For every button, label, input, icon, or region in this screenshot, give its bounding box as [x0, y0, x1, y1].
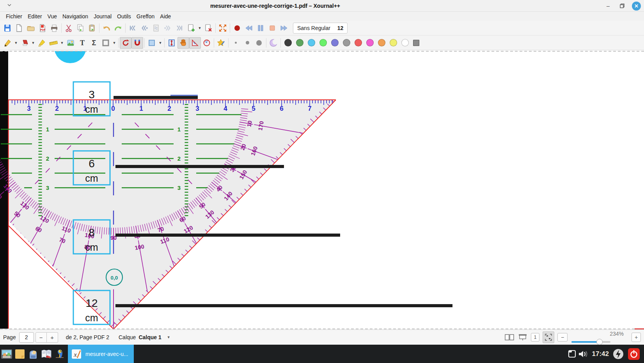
font-selector[interactable]: Sans Regular 12 [293, 23, 348, 34]
goto-first-page-button[interactable] [127, 22, 138, 34]
menu-outils[interactable]: Outils [114, 12, 134, 20]
minimize-button[interactable]: – [603, 2, 613, 10]
color-swatch[interactable] [296, 39, 303, 46]
audio-stop-button[interactable] [266, 22, 278, 34]
color-swatch[interactable] [343, 39, 350, 46]
color-swatch[interactable] [331, 39, 339, 46]
grid-snapping-toggle[interactable] [131, 37, 143, 49]
color-chooser-button[interactable] [413, 40, 419, 46]
app-launcher-education-icon[interactable] [0, 346, 13, 362]
open-button[interactable] [25, 22, 37, 34]
color-swatch[interactable] [390, 39, 397, 46]
export-pdf-button[interactable]: PDF [37, 22, 48, 34]
line-width-fine-button[interactable] [230, 37, 241, 49]
shutdown-button[interactable] [628, 348, 640, 360]
volume-tray-icon[interactable] [577, 349, 589, 359]
goto-last-page-button[interactable] [174, 22, 185, 34]
menu-navigation[interactable]: Navigation [60, 12, 91, 20]
shape-ruler-tool-button[interactable] [48, 37, 59, 49]
zoom-in-button[interactable]: + [632, 333, 641, 342]
favorite-tool-button[interactable] [215, 37, 227, 49]
color-swatch[interactable] [366, 39, 374, 46]
menu-vue[interactable]: Vue [45, 12, 60, 20]
print-button[interactable] [48, 22, 60, 34]
redo-button[interactable] [112, 22, 124, 34]
menu-greffon[interactable]: Greffon [134, 12, 157, 20]
document-canvas[interactable]: 1122331017020160301504014050130601207011… [0, 50, 644, 329]
delete-page-button[interactable] [202, 22, 214, 34]
dual-page-view-button[interactable] [504, 332, 514, 342]
undo-button[interactable] [101, 22, 112, 34]
reading-app-icon[interactable] [40, 346, 53, 362]
goto-next-page-button[interactable] [162, 22, 174, 34]
insert-image-button[interactable] [65, 37, 76, 49]
audio-rewind-button[interactable] [243, 22, 255, 34]
notes-app-icon[interactable] [13, 346, 27, 362]
save-button[interactable] [2, 22, 13, 34]
copy-button[interactable] [75, 22, 86, 34]
color-swatch[interactable] [355, 39, 362, 46]
eraser-tool-button[interactable] [19, 37, 30, 49]
page-plus-button[interactable]: + [47, 332, 58, 343]
cut-button[interactable] [63, 22, 75, 34]
close-button[interactable]: ✕ [632, 2, 641, 11]
vertical-space-tool-button[interactable] [166, 37, 177, 49]
pen-tool-button[interactable] [2, 37, 13, 49]
power-manager-tray-icon[interactable] [612, 348, 624, 360]
new-document-button[interactable] [13, 22, 25, 34]
presentation-mode-button[interactable] [518, 332, 528, 342]
pen-options-caret[interactable]: ▼ [13, 37, 19, 49]
line-width-thick-button[interactable] [253, 37, 265, 49]
page-minus-button[interactable]: − [35, 332, 47, 343]
menu-aide[interactable]: Aide [157, 12, 174, 20]
font-name: Sans Regular [297, 25, 330, 31]
layer-dropdown-caret[interactable]: ▼ [167, 335, 170, 339]
backpack-app-icon[interactable] [27, 346, 40, 362]
page-number-input[interactable]: 2 [19, 332, 34, 343]
compass-tool-button[interactable] [201, 37, 213, 49]
fullscreen-button[interactable] [217, 22, 229, 34]
zoom-slider[interactable] [571, 341, 610, 343]
parrot-app-icon[interactable] [53, 346, 66, 362]
color-swatch[interactable] [284, 39, 292, 46]
svg-text:2: 2 [167, 105, 171, 112]
tex-tool-button[interactable]: Σ [88, 37, 100, 49]
zoom-100-button[interactable]: 1 [531, 333, 539, 342]
eraser-options-caret[interactable]: ▼ [30, 37, 36, 49]
taskbar-active-window-button[interactable]: x mesurer-avec-u... [68, 345, 134, 363]
highlighter-tool-button[interactable] [36, 37, 48, 49]
rotation-snapping-toggle[interactable] [120, 37, 131, 49]
maximize-button[interactable] [617, 2, 627, 10]
setsquare-tool-button[interactable] [189, 37, 201, 49]
hand-tool-button[interactable] [177, 37, 189, 49]
audio-forward-button[interactable] [278, 22, 290, 34]
color-swatch[interactable] [319, 39, 327, 46]
audio-pause-button[interactable] [255, 22, 266, 34]
line-width-medium-button[interactable] [241, 37, 253, 49]
text-tool-button[interactable]: T [76, 37, 88, 49]
clipboard-tray-icon[interactable] [567, 349, 577, 359]
select-options-caret[interactable]: ▼ [112, 37, 117, 49]
highlighter-color-moon-button[interactable] [268, 37, 279, 49]
menu-editer[interactable]: Editer [25, 12, 45, 20]
color-swatch[interactable] [401, 39, 409, 46]
add-page-button[interactable] [185, 22, 197, 34]
record-audio-button[interactable] [231, 22, 243, 34]
paste-button[interactable] [86, 22, 98, 34]
goto-prev-annotated-page-button[interactable] [138, 22, 150, 34]
menu-fichier[interactable]: Fichier [3, 12, 25, 20]
select-region-tool-button[interactable] [146, 37, 158, 49]
annotated-page-icon-button[interactable] [150, 22, 162, 34]
shape-options-caret[interactable]: ▼ [59, 37, 65, 49]
select-region-caret[interactable]: ▼ [158, 37, 163, 49]
menu-journal[interactable]: Journal [91, 12, 114, 20]
color-swatch[interactable] [378, 39, 385, 46]
zoom-out-button[interactable]: − [557, 333, 568, 342]
toolbar-main: PDF ▼ Sans Regular 12 [0, 21, 644, 35]
zoom-slider-knob[interactable] [596, 339, 603, 345]
add-page-dropdown-caret[interactable]: ▼ [197, 22, 202, 34]
zoom-fit-button[interactable] [543, 331, 554, 343]
color-swatch[interactable] [308, 39, 315, 46]
select-rect-tool-button[interactable] [100, 37, 112, 49]
layer-dropdown[interactable]: Calque 1 [138, 334, 161, 340]
